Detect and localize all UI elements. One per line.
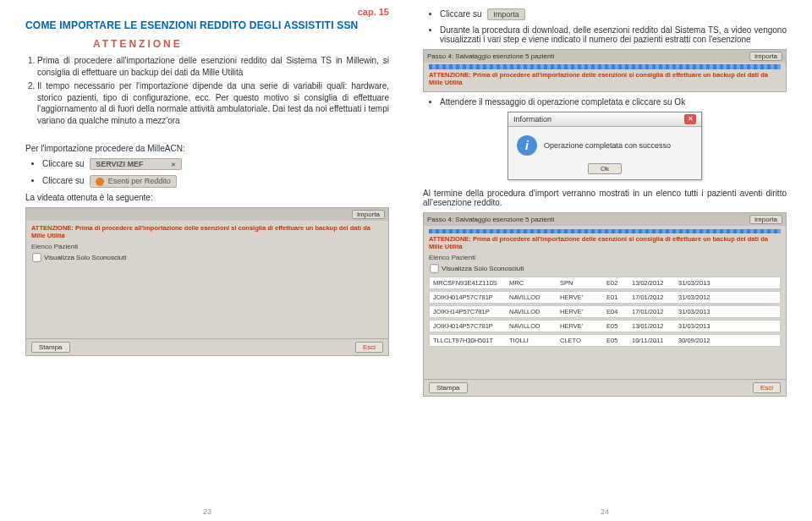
importa-button[interactable]: Importa [749, 52, 782, 61]
cell: 31/03/2013 [678, 322, 725, 330]
importa-inline-button[interactable]: Importa [487, 8, 525, 20]
table-row[interactable]: JOIKH014P57C781PNAVILLODHERVE'E0117/01/2… [429, 291, 781, 304]
cell: 30/09/2012 [678, 337, 725, 344]
progress-bar [429, 229, 781, 233]
cell: 31/03/2013 [678, 279, 725, 287]
dialog-title: Information [513, 115, 551, 123]
page-title: COME IMPORTARE LE ESENZIONI REDDITO DEGL… [25, 19, 389, 31]
table-row[interactable]: JOIKH014P57C781PNAVILLODHERVE'E0513/01/2… [429, 320, 781, 332]
cell: E04 [606, 308, 632, 315]
per-import-label: Per l'importazione procedere da MilleACN… [25, 144, 389, 153]
cell: MRC [509, 279, 560, 287]
cell: 13/02/2012 [632, 279, 678, 287]
al-termine-text: Al termine della procedura d'import verr… [423, 189, 787, 207]
table-row[interactable]: TLLCLT97H30H501TTIOLLICLETOE0510/11/2011… [429, 334, 781, 347]
attention-heading: ATTENZIONE [25, 38, 389, 50]
cell: TIOLLI [509, 337, 560, 344]
durante-text: Durante la procedura di download, delle … [440, 25, 787, 44]
table-row[interactable]: JOIKH14P57C781PNAVILLODHERVE'E0417/01/20… [429, 305, 781, 318]
ss-step-label: Passo 4: Salvataggio esenzione 5 pazient… [427, 216, 554, 223]
visualizza-checkbox[interactable] [430, 264, 438, 272]
esci-button[interactable]: Esci [355, 342, 383, 353]
ss-warning: ATTENZIONE: Prima di procedere all'impor… [429, 235, 781, 250]
click-item: Cliccare su Esenti per Reddito [42, 175, 389, 188]
chapter-label: cap. 15 [25, 7, 389, 17]
cell: JOIKH014P57C781P [433, 293, 509, 301]
servizi-mef-button[interactable]: SERVIZI MEF ✕ [90, 158, 182, 170]
cell: E05 [606, 322, 632, 330]
ss-section-label: Elenco Pazienti [31, 243, 383, 250]
cell: E02 [606, 279, 632, 287]
ss-step-label: Passo 4: Salvataggio esenzione 5 pazient… [427, 52, 554, 60]
cell: JOIKH14P57C781P [433, 308, 509, 315]
cell: MRCSFN93E41Z110S [433, 279, 509, 287]
cell: SPN [560, 279, 606, 287]
info-dialog: Information ✕ i Operazione completata co… [508, 112, 702, 180]
dialog-message: Operazione completata con successo [544, 141, 671, 150]
cell: HERVE' [560, 293, 606, 301]
cell: E01 [606, 293, 632, 301]
visualizza-checkbox[interactable] [32, 253, 41, 261]
cell: NAVILLOD [509, 293, 560, 301]
page-number-left: 23 [203, 507, 211, 516]
ok-button[interactable]: Ok [588, 163, 622, 174]
info-icon: i [517, 135, 537, 156]
ss-checkbox-row: Visualizza Solo Sconosciuti [429, 263, 781, 274]
esci-button[interactable]: Esci [753, 382, 781, 393]
videata-label: La videata ottenuta è la seguente: [25, 193, 389, 202]
progress-bar [429, 64, 781, 69]
cell: HERVE' [560, 308, 606, 315]
cell: CLETO [560, 337, 606, 344]
cell: 31/03/2012 [678, 293, 725, 301]
cell: 10/11/2011 [632, 337, 678, 344]
importa-button[interactable]: Importa [352, 210, 385, 219]
ss-section-label: Elenco Pazienti [429, 254, 781, 261]
instruction-item: Il tempo necessario per l'importazione d… [37, 80, 389, 126]
ss-warning: ATTENZIONE: Prima di procedere all'impor… [31, 224, 383, 239]
close-icon[interactable]: ✕ [684, 114, 696, 124]
importa-button[interactable]: Importa [749, 215, 782, 224]
cell: 13/01/2012 [632, 322, 678, 330]
ss-checkbox-row: Visualizza Solo Sconosciuti [31, 252, 383, 263]
cell: 17/01/2012 [632, 308, 678, 315]
orange-icon [96, 178, 104, 186]
attendere-text: Attendere il messaggio di operazione com… [440, 97, 787, 107]
instruction-item: Prima di procedere all'importazione dell… [37, 55, 389, 78]
cell: NAVILLOD [509, 322, 560, 330]
click-item: Cliccare su SERVIZI MEF ✕ [42, 158, 389, 170]
cell: 17/01/2012 [632, 293, 678, 301]
cell: TLLCLT97H30H501T [433, 337, 509, 344]
screenshot-empty-list: Importa ATTENZIONE: Prima di procedere a… [25, 207, 389, 356]
stampa-button[interactable]: Stampa [31, 342, 70, 353]
cell: 31/03/2013 [678, 308, 725, 315]
cell: NAVILLOD [509, 308, 560, 315]
esenti-reddito-button[interactable]: Esenti per Reddito [90, 175, 177, 188]
instruction-list: Prima di procedere all'importazione dell… [25, 55, 389, 126]
screenshot-download-step: Passo 4: Salvataggio esenzione 5 pazient… [423, 49, 787, 92]
cell: JOIKH014P57C781P [433, 322, 509, 330]
screenshot-result-list: Passo 4: Salvataggio esenzione 5 pazient… [423, 212, 787, 397]
table-row[interactable]: MRCSFN93E41Z110SMRCSPNE0213/02/201231/03… [429, 277, 781, 289]
page-number-right: 24 [601, 507, 609, 516]
click-item: Cliccare su Importa [440, 8, 787, 20]
stampa-button[interactable]: Stampa [429, 382, 468, 393]
cell: HERVE' [560, 322, 606, 330]
cell: E05 [606, 337, 632, 344]
ss-warning: ATTENZIONE: Prima di procedere all'impor… [429, 71, 781, 86]
